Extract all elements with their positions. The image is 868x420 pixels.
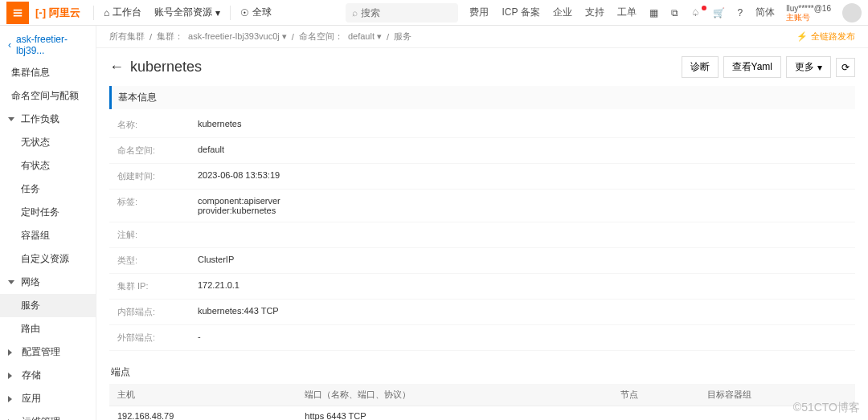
sidebar-stateless[interactable]: 无状态: [0, 131, 96, 154]
table-header: 主机: [109, 384, 297, 406]
crumb-ns-label: 命名空间：: [299, 31, 343, 43]
crumb-cluster-dropdown[interactable]: ask-freetier-lbj393vuc0j ▾: [188, 31, 287, 42]
resource-dropdown[interactable]: 账号全部资源 ▾: [148, 0, 227, 26]
info-row: 类型:ClusterIP: [109, 248, 855, 274]
info-value: default: [198, 145, 224, 157]
sidebar-back-label: ask-freetier-lbj39...: [16, 34, 88, 56]
cloudshell-icon[interactable]: ⧉: [666, 7, 683, 18]
sidebar-storage-label: 存储: [22, 369, 41, 382]
info-value: 172.21.0.1: [198, 280, 240, 292]
sidebar-network[interactable]: 网络: [0, 271, 96, 294]
sidebar-app-label: 应用: [22, 392, 41, 406]
info-value: 2023-06-08 13:53:19: [198, 170, 280, 182]
sidebar-service[interactable]: 服务: [0, 294, 96, 317]
chevron-down-icon: ▾: [215, 7, 220, 18]
bolt-icon: ⚡: [796, 31, 808, 42]
chevron-left-icon: ‹: [8, 39, 11, 51]
crumb-service[interactable]: 服务: [394, 31, 411, 43]
sidebar-back[interactable]: ‹ ask-freetier-lbj39...: [0, 29, 96, 61]
sidebar-storage[interactable]: 存储: [0, 364, 96, 387]
sidebar-network-label: 网络: [21, 275, 40, 289]
sidebar-ops-label: 运维管理: [22, 415, 60, 420]
sidebar-ingress[interactable]: 路由: [0, 317, 96, 340]
sidebar-app[interactable]: 应用: [0, 387, 96, 410]
region-dropdown[interactable]: ☉ 全球: [234, 0, 278, 26]
info-row: 名称:kubernetes: [109, 112, 855, 138]
main-content: 所有集群 / 集群： ask-freetier-lbj393vuc0j ▾ / …: [96, 26, 868, 420]
table-header: 节点: [612, 384, 699, 406]
info-row: 创建时间:2023-06-08 13:53:19: [109, 164, 855, 190]
endpoints-title: 端点: [111, 365, 855, 379]
search-input[interactable]: [361, 7, 452, 18]
breadcrumb: 所有集群 / 集群： ask-freetier-lbj393vuc0j ▾ / …: [96, 26, 868, 48]
avatar[interactable]: [842, 3, 862, 22]
hamburger-menu[interactable]: [6, 2, 29, 24]
sidebar-overview[interactable]: 集群信息: [0, 61, 96, 84]
view-yaml-button[interactable]: 查看Yaml: [723, 56, 781, 78]
account-type: 主账号: [786, 13, 831, 22]
golden-release-link[interactable]: ⚡全链路发布: [796, 31, 855, 43]
sidebar-workload-label: 工作负载: [21, 112, 59, 126]
info-row: 注解:: [109, 222, 855, 248]
endpoints-table: 主机端口（名称、端口、协议）节点目标容器组 192.168.48.79https…: [109, 384, 855, 420]
search-icon: ⌕: [352, 7, 358, 18]
nav-ticket[interactable]: 工单: [612, 6, 641, 19]
info-label: 标签:: [117, 196, 198, 215]
crumb-cluster-label: 集群：: [157, 31, 183, 43]
user-block[interactable]: lluy*****@16 主账号: [786, 4, 831, 22]
info-row: 集群 IP:172.21.0.1: [109, 274, 855, 300]
page-header: ← kubernetes 诊断 查看Yaml 更多▾ ⟳: [96, 48, 868, 86]
refresh-button[interactable]: ⟳: [836, 58, 855, 77]
resource-label: 账号全部资源: [154, 6, 212, 19]
lang-toggle[interactable]: 简体: [751, 6, 780, 19]
sidebar-pod[interactable]: 容器组: [0, 224, 96, 247]
workbench-link[interactable]: ⌂ 工作台: [97, 0, 148, 26]
info-value: component:apiserver provider:kubernetes: [198, 196, 280, 215]
diagnose-button[interactable]: 诊断: [682, 56, 719, 78]
crumb-ns-dropdown[interactable]: default ▾: [348, 31, 382, 42]
nav-cost[interactable]: 费用: [465, 6, 493, 19]
nav-support[interactable]: 支持: [580, 6, 609, 19]
info-label: 集群 IP:: [117, 280, 198, 292]
port-cell: https 6443 TCP: [297, 406, 612, 421]
global-search[interactable]: ⌕: [346, 3, 458, 22]
divider: [93, 6, 94, 20]
sidebar-stateful[interactable]: 有状态: [0, 154, 96, 177]
crumb-all-clusters[interactable]: 所有集群: [109, 31, 145, 43]
info-label: 类型:: [117, 255, 198, 267]
chevron-down-icon: ▾: [817, 62, 822, 73]
brand-logo[interactable]: [-] 阿里云: [35, 6, 80, 20]
nav-enterprise[interactable]: 企业: [548, 6, 577, 19]
watermark: ©51CTO博客: [793, 401, 860, 415]
grid-icon[interactable]: ▦: [645, 7, 663, 18]
sidebar-crd[interactable]: 自定义资源: [0, 247, 96, 271]
help-icon[interactable]: ?: [733, 7, 748, 18]
divider: [230, 6, 231, 20]
info-value: ClusterIP: [198, 255, 234, 267]
table-header: 端口（名称、端口、协议）: [297, 384, 612, 406]
user-name: lluy*****@16: [786, 4, 831, 13]
workbench-label: 工作台: [113, 6, 141, 19]
globe-icon: ☉: [240, 7, 249, 18]
bell-icon[interactable]: ♤: [686, 7, 705, 18]
sidebar-cronjob[interactable]: 定时任务: [0, 201, 96, 224]
info-label: 内部端点:: [117, 306, 198, 318]
nav-icp[interactable]: ICP 备案: [497, 6, 544, 19]
info-label: 命名空间:: [117, 145, 198, 157]
basic-info-title: 基本信息: [109, 86, 855, 109]
info-value: kubernetes:443 TCP: [198, 306, 279, 318]
sidebar-job[interactable]: 任务: [0, 177, 96, 201]
brand-text: 阿里云: [49, 6, 80, 20]
top-bar: [-] 阿里云 ⌂ 工作台 账号全部资源 ▾ ☉ 全球 ⌕ 费用 ICP 备案 …: [0, 0, 868, 26]
sidebar-config[interactable]: 配置管理: [0, 340, 96, 364]
region-label: 全球: [252, 6, 272, 19]
info-row: 内部端点:kubernetes:443 TCP: [109, 300, 855, 325]
back-arrow[interactable]: ←: [109, 59, 124, 75]
info-label: 创建时间:: [117, 170, 198, 182]
more-dropdown[interactable]: 更多▾: [786, 56, 831, 78]
sidebar-workload[interactable]: 工作负载: [0, 108, 96, 131]
cart-icon[interactable]: 🛒: [708, 7, 730, 18]
sidebar-ns-quota[interactable]: 命名空间与配额: [0, 84, 96, 108]
info-label: 注解:: [117, 229, 198, 241]
sidebar-ops[interactable]: 运维管理: [0, 410, 96, 420]
